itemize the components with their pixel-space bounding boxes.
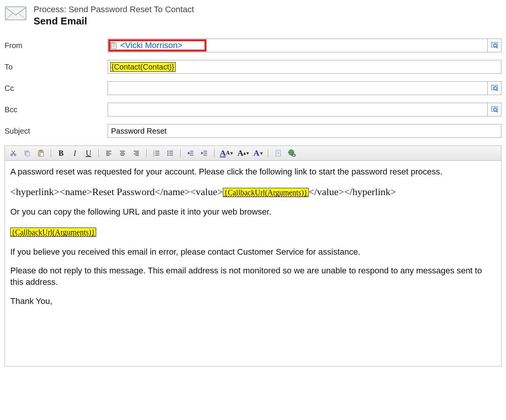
indent-icon [201,150,208,157]
align-center-icon [119,150,126,157]
cut-button[interactable] [9,149,18,158]
svg-point-44 [168,155,169,156]
subject-label: Subject [5,127,108,136]
font-color-button[interactable]: AA▾ [220,148,233,158]
subject-input[interactable] [110,126,499,136]
editor-body[interactable]: A password reset was requested for your … [5,161,501,366]
outdent-button[interactable] [186,149,195,158]
bold-button[interactable]: B [56,149,66,158]
page-title: Send Email [34,15,194,27]
svg-rect-22 [40,150,42,151]
from-value: <Vicki Morrison> [120,40,182,50]
align-right-icon [133,150,140,157]
svg-point-42 [168,150,169,152]
separator [51,149,51,157]
body-paragraph-1: A password reset was requested for your … [10,166,496,178]
cc-field[interactable] [108,81,488,95]
cc-label: Cc [5,84,108,93]
to-field[interactable]: {Contact(Contact)} [108,60,501,74]
bcc-input[interactable] [110,105,485,115]
svg-text:3: 3 [153,154,155,157]
user-record-icon [110,42,117,49]
align-center-button[interactable] [118,149,127,158]
outdent-icon [187,150,194,157]
copy-icon [24,150,31,157]
subject-field[interactable] [108,124,501,138]
from-field[interactable]: <Vicki Morrison> [108,39,488,52]
svg-rect-56 [276,150,280,156]
cut-icon [10,150,17,157]
cc-input[interactable] [110,84,485,93]
indent-button[interactable] [200,149,209,158]
body-paragraph-6: Please do not reply to this message. Thi… [10,265,496,288]
svg-rect-20 [26,152,29,156]
insert-template-button[interactable] [274,149,283,158]
svg-line-17 [12,151,15,154]
ordered-list-icon: 123 [153,150,160,157]
body-paragraph-5: If you believe you received this email i… [10,246,496,258]
separator [214,149,214,157]
align-left-icon [105,150,112,157]
svg-rect-23 [40,152,43,156]
body-hyperlink-line: <hyperlink><name>Reset Password</name><v… [10,185,496,199]
lookup-icon [491,106,498,113]
insert-link-button[interactable] [287,149,297,158]
from-lookup-button[interactable] [488,39,501,52]
to-label: To [5,63,108,71]
font-family-button[interactable]: A▾ [253,148,263,158]
document-icon [275,149,282,157]
svg-line-18 [12,151,15,154]
align-left-button[interactable] [104,149,113,158]
editor-toolbar: B I U 123 AA▾ A▴▾ A▾ [5,145,501,160]
bcc-lookup-button[interactable] [488,103,501,116]
callback-token-standalone: {CallbackUrl(Arguments)} [10,228,96,237]
svg-marker-52 [201,152,203,155]
ordered-list-button[interactable]: 123 [152,149,161,158]
svg-marker-48 [188,152,190,155]
separator [268,149,268,157]
body-url-token-line: {CallbackUrl(Arguments)} [10,225,496,238]
cc-lookup-button[interactable] [488,81,501,95]
paste-icon [37,149,45,157]
bcc-label: Bcc [5,105,108,114]
editor-body-container: A password reset was requested for your … [5,160,501,367]
from-label: From [5,41,108,50]
separator [180,149,180,157]
separator [98,149,99,157]
unordered-list-icon [167,150,174,157]
italic-button[interactable]: I [70,149,79,158]
from-highlight-box: <Vicki Morrison> [110,40,205,50]
bcc-field[interactable] [108,103,488,116]
process-line: Process: Send Password Reset To Contact [34,5,194,15]
align-right-button[interactable] [132,149,141,158]
svg-rect-2 [111,43,116,48]
body-paragraph-7: Thank You, [10,296,496,307]
paste-button[interactable] [36,149,45,158]
svg-point-43 [168,153,169,154]
separator [146,149,147,157]
mail-icon [5,5,27,21]
unordered-list-button[interactable] [166,149,175,158]
underline-button[interactable]: U [84,149,93,158]
lookup-icon [491,84,498,92]
copy-button[interactable] [23,149,32,158]
body-paragraph-3: Or you can copy the following URL and pa… [10,206,496,218]
callback-token-inline: {CallbackUrl(Arguments)} [223,188,309,197]
font-size-button[interactable]: A▴▾ [237,148,249,158]
header: Process: Send Password Reset To Contact … [5,5,501,27]
svg-rect-0 [5,7,26,20]
lookup-icon [491,42,498,49]
svg-point-63 [292,154,295,157]
globe-link-icon [288,149,296,157]
to-token: {Contact(Contact)} [110,62,176,72]
